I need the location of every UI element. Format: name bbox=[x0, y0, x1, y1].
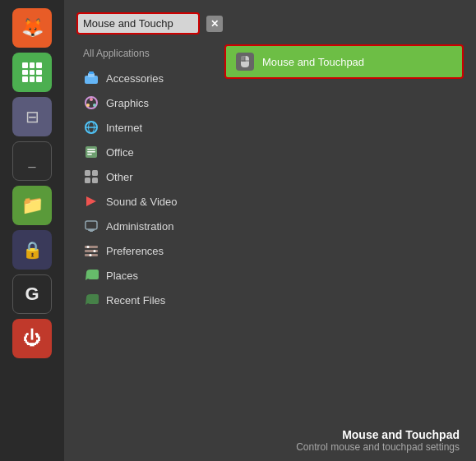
accessories-label: Accessories bbox=[106, 72, 164, 85]
preferences-label: Preferences bbox=[106, 245, 164, 257]
sidebar-icon-terminal[interactable]: _ bbox=[12, 141, 52, 181]
svg-point-6 bbox=[86, 104, 90, 107]
other-label: Other bbox=[106, 171, 133, 183]
svg-point-26 bbox=[94, 250, 96, 252]
recent-files-icon bbox=[83, 292, 99, 308]
sidebar-icon-power[interactable]: ⏻ bbox=[12, 319, 52, 358]
accessories-icon bbox=[83, 70, 99, 86]
category-item-recent-files[interactable]: Recent Files bbox=[76, 288, 216, 312]
bottom-info-bar: Mouse and Touchpad Control mouse and tou… bbox=[128, 420, 476, 461]
administration-icon bbox=[83, 218, 99, 234]
graphics-label: Graphics bbox=[106, 97, 149, 109]
sidebar-icon-ui[interactable]: ⊟ bbox=[12, 97, 52, 136]
svg-rect-23 bbox=[85, 250, 98, 252]
recent-files-label: Recent Files bbox=[106, 294, 165, 307]
svg-point-4 bbox=[90, 98, 93, 101]
category-item-administration[interactable]: Administration bbox=[76, 214, 216, 238]
graphics-icon bbox=[83, 95, 99, 111]
places-label: Places bbox=[106, 270, 138, 282]
results-panel: Mouse and Touchpad bbox=[224, 44, 464, 461]
svg-rect-22 bbox=[85, 246, 98, 248]
mouse-touchpad-icon bbox=[236, 53, 254, 71]
internet-label: Internet bbox=[106, 122, 142, 134]
sidebar-icon-lock[interactable]: 🔒 bbox=[12, 230, 52, 270]
category-item-internet[interactable]: Internet bbox=[76, 115, 216, 140]
all-apps-label: All Applications bbox=[76, 44, 216, 62]
category-item-office[interactable]: Office bbox=[76, 140, 216, 164]
svg-point-27 bbox=[90, 254, 92, 256]
svg-rect-15 bbox=[92, 170, 98, 176]
category-item-accessories[interactable]: Accessories bbox=[76, 66, 216, 90]
result-mouse-touchpad-label: Mouse and Touchpad bbox=[262, 56, 364, 68]
bottom-app-name: Mouse and Touchpad bbox=[145, 428, 460, 441]
preferences-icon bbox=[83, 242, 99, 259]
svg-rect-13 bbox=[87, 154, 92, 155]
administration-label: Administration bbox=[106, 220, 173, 233]
svg-marker-18 bbox=[86, 196, 96, 206]
search-input-wrapper[interactable] bbox=[76, 12, 200, 35]
main-panel: ✕ All Applications Accessories Graphics bbox=[64, 0, 476, 461]
svg-point-5 bbox=[93, 104, 96, 107]
sidebar: 🦊 ⊟ _ 📁 🔒 G ⏻ bbox=[0, 0, 64, 461]
other-icon bbox=[83, 168, 99, 185]
svg-rect-21 bbox=[90, 231, 93, 232]
svg-rect-14 bbox=[85, 170, 90, 176]
sidebar-icon-firefox[interactable]: 🦊 bbox=[12, 8, 52, 48]
sidebar-icon-grid[interactable] bbox=[12, 53, 52, 92]
svg-rect-19 bbox=[85, 221, 97, 229]
svg-rect-20 bbox=[88, 229, 95, 231]
svg-rect-17 bbox=[92, 177, 98, 183]
categories-panel: All Applications Accessories Graphics In… bbox=[76, 44, 216, 461]
sidebar-icon-folder[interactable]: 📁 bbox=[12, 186, 52, 225]
result-item-mouse-touchpad[interactable]: Mouse and Touchpad bbox=[224, 44, 464, 79]
internet-icon bbox=[83, 119, 99, 136]
svg-rect-12 bbox=[87, 151, 95, 153]
content-area: All Applications Accessories Graphics In… bbox=[76, 44, 464, 461]
category-item-other[interactable]: Other bbox=[76, 164, 216, 189]
search-input[interactable] bbox=[83, 17, 173, 30]
office-icon bbox=[83, 144, 99, 160]
sound-video-icon bbox=[83, 193, 99, 210]
category-item-sound-video[interactable]: Sound & Video bbox=[76, 189, 216, 214]
places-icon bbox=[83, 267, 99, 284]
category-item-places[interactable]: Places bbox=[76, 263, 216, 288]
category-item-graphics[interactable]: Graphics bbox=[76, 90, 216, 115]
bottom-app-desc: Control mouse and touchpad settings bbox=[145, 441, 460, 453]
svg-point-25 bbox=[87, 246, 90, 248]
office-label: Office bbox=[106, 146, 134, 159]
search-clear-button[interactable]: ✕ bbox=[206, 16, 223, 32]
category-item-preferences[interactable]: Preferences bbox=[76, 238, 216, 263]
sidebar-icon-grammarly[interactable]: G bbox=[12, 274, 52, 314]
sound-video-label: Sound & Video bbox=[106, 196, 178, 208]
svg-rect-16 bbox=[85, 177, 90, 183]
svg-rect-11 bbox=[87, 149, 95, 150]
svg-rect-2 bbox=[89, 71, 94, 74]
search-bar: ✕ bbox=[76, 12, 464, 35]
